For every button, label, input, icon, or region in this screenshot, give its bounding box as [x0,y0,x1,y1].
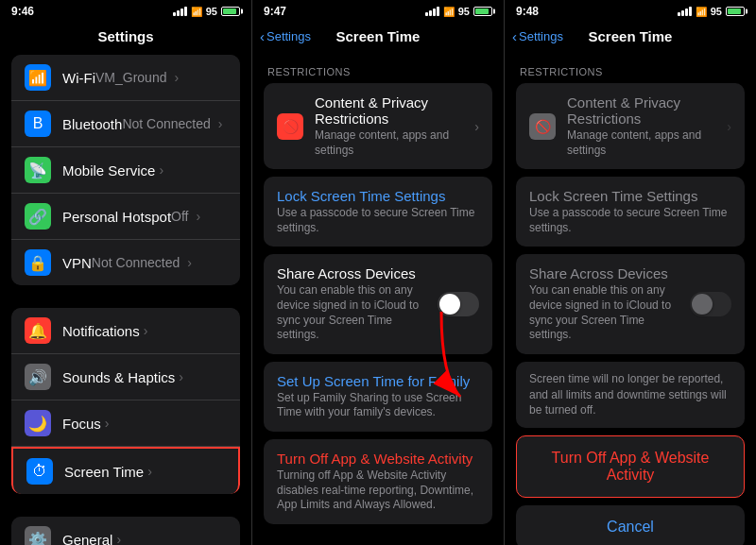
mobile-item[interactable]: 📡 Mobile Service › [11,147,240,194]
wifi-icon: 📶 [696,7,707,17]
back-button-3[interactable]: ‹ Settings [512,28,563,44]
battery-label: 95 [711,6,722,17]
sounds-right: › [175,369,183,384]
hotspot-label: Personal Hotspot [62,209,171,225]
cancel-label: Cancel [607,519,654,535]
system-card: 🔔 Notifications › 🔊 Sounds & Haptics › 🌙… [11,308,240,494]
wifi-value: VM_Ground [95,70,166,85]
lock-screen-item-3[interactable]: Lock Screen Time Settings Use a passcode… [516,177,745,247]
lock-screen-title-2: Lock Screen Time Settings [277,188,479,204]
share-toggle-3[interactable] [690,292,731,316]
focus-item[interactable]: 🌙 Focus › [11,400,240,447]
family-item-2[interactable]: Set Up Screen Time for Family Set up Fam… [264,362,492,432]
content-privacy-title-2: Content & Privacy Restrictions [315,94,467,127]
general-card: ⚙️ General › 🎛 Control Centre › ☀️ Displ… [11,517,240,545]
bluetooth-right: Not Connected › [122,116,222,131]
notifications-item[interactable]: 🔔 Notifications › [11,308,240,354]
notif-icon-box: 🔔 [25,317,51,344]
content-privacy-icon-2: 🚫 [277,113,303,140]
battery-label: 95 [206,6,217,17]
hotspot-item[interactable]: 🔗 Personal Hotspot Off › [11,194,240,240]
lock-screen-title-3: Lock Screen Time Settings [529,188,731,204]
wifi-icon: 📶 [191,7,202,17]
lock-screen-item-2[interactable]: Lock Screen Time Settings Use a passcode… [264,177,492,247]
confirm-turnoff-button[interactable]: Turn Off App & Website Activity [516,435,745,498]
st-content-3: RESTRICTIONS 🚫 Content & Privacy Restric… [505,55,756,545]
toggle-knob [439,294,460,315]
general-label: General [62,532,112,546]
section-network: 📶 Wi-Fi VM_Ground › B Bluetooth Not Conn… [0,55,251,285]
bluetooth-label: Bluetooth [62,116,122,132]
panel3-title: Screen Time [589,28,673,44]
chevron-icon: › [187,255,192,270]
content-privacy-sub-3: Manage content, apps and settings [567,128,719,158]
family-sub-2: Set up Family Sharing to use Screen Time… [277,391,479,420]
lock-screen-card-3: Lock Screen Time Settings Use a passcode… [516,177,745,247]
back-chevron-icon: ‹ [512,28,517,44]
sounds-icon-box: 🔊 [25,364,51,390]
chevron-icon: › [197,209,201,224]
share-across-card-2: Share Across Devices You can enable this… [264,254,492,353]
screentime-icon-box: ⏱ [26,458,53,485]
share-toggle-2[interactable] [438,292,479,316]
battery-label: 95 [458,6,470,17]
status-icons-1: 📶 95 [173,6,240,17]
general-icon-box: ⚙️ [25,526,51,545]
status-icons-3: 📶 95 [678,6,745,17]
warning-box: Screen time will no longer be reported, … [516,362,745,428]
share-across-content-3: Share Across Devices You can enable this… [529,265,682,342]
signal-icon [425,7,439,16]
chevron-icon: › [159,162,163,178]
vpn-item[interactable]: 🔒 VPN Not Connected › [11,240,240,285]
chevron-icon: › [116,532,121,545]
share-across-sub-3: You can enable this on any device signed… [529,283,682,342]
panel1-title: Settings [97,28,153,44]
turnoff-content-2: Turn Off App & Website Activity Turning … [277,451,479,513]
vpn-right: Not Connected › [92,255,192,270]
sounds-item[interactable]: 🔊 Sounds & Haptics › [11,354,240,400]
nav-header-2: ‹ Settings Screen Time [252,21,504,55]
general-right: › [112,532,121,545]
general-item[interactable]: ⚙️ General › [11,517,240,545]
settings-list: 📶 Wi-Fi VM_Ground › B Bluetooth Not Conn… [0,55,251,545]
time-2: 9:47 [264,5,286,18]
lock-screen-content-3: Lock Screen Time Settings Use a passcode… [529,188,731,235]
screentime-item[interactable]: ⏱ Screen Time › [11,447,240,494]
back-button-2[interactable]: ‹ Settings [260,28,311,44]
content-privacy-item-2[interactable]: 🚫 Content & Privacy Restrictions Manage … [264,83,492,169]
back-label-2: Settings [266,29,311,43]
content-privacy-content-3: Content & Privacy Restrictions Manage co… [567,94,719,158]
bluetooth-item[interactable]: B Bluetooth Not Connected › [11,101,240,147]
sounds-label: Sounds & Haptics [62,369,175,385]
vpn-icon-box: 🔒 [25,249,51,276]
settings-panel: 9:46 📶 95 Settings 📶 Wi-Fi VM_Ground [0,0,251,545]
share-across-item-2[interactable]: Share Across Devices You can enable this… [264,254,492,353]
turnoff-sub-2: Turning off App & Website Activity disab… [277,468,479,513]
screentime-label: Screen Time [64,464,144,480]
content-privacy-icon-3: 🚫 [529,113,556,140]
status-bar-2: 9:47 📶 95 [252,0,504,21]
battery-icon [473,7,492,16]
lock-screen-sub-3: Use a passcode to secure Screen Time set… [529,206,731,235]
turnoff-item-2[interactable]: Turn Off App & Website Activity Turning … [264,439,492,524]
content-privacy-title-3: Content & Privacy Restrictions [567,94,719,127]
focus-icon-box: 🌙 [25,410,51,436]
screentime-right: › [144,464,152,479]
cancel-button[interactable]: Cancel [516,505,745,545]
share-across-card-3: Share Across Devices You can enable this… [516,254,745,353]
share-across-item-3[interactable]: Share Across Devices You can enable this… [516,254,745,353]
turnoff-title-2: Turn Off App & Website Activity [277,451,479,467]
mobile-right: › [155,162,163,178]
chevron-icon: › [147,464,152,479]
nav-header-3: ‹ Settings Screen Time [505,21,756,55]
wifi-item[interactable]: 📶 Wi-Fi VM_Ground › [11,55,240,101]
lock-screen-content-2: Lock Screen Time Settings Use a passcode… [277,188,479,235]
toggle-knob [692,294,713,315]
wifi-label: Wi-Fi [62,70,95,86]
wifi-icon-box: 📶 [25,64,51,91]
focus-label: Focus [62,416,101,432]
content-privacy-item-3[interactable]: 🚫 Content & Privacy Restrictions Manage … [516,83,745,169]
chevron-icon: › [218,116,223,131]
content-privacy-sub-2: Manage content, apps and settings [315,128,467,158]
restrictions-label-2: RESTRICTIONS [264,55,492,83]
